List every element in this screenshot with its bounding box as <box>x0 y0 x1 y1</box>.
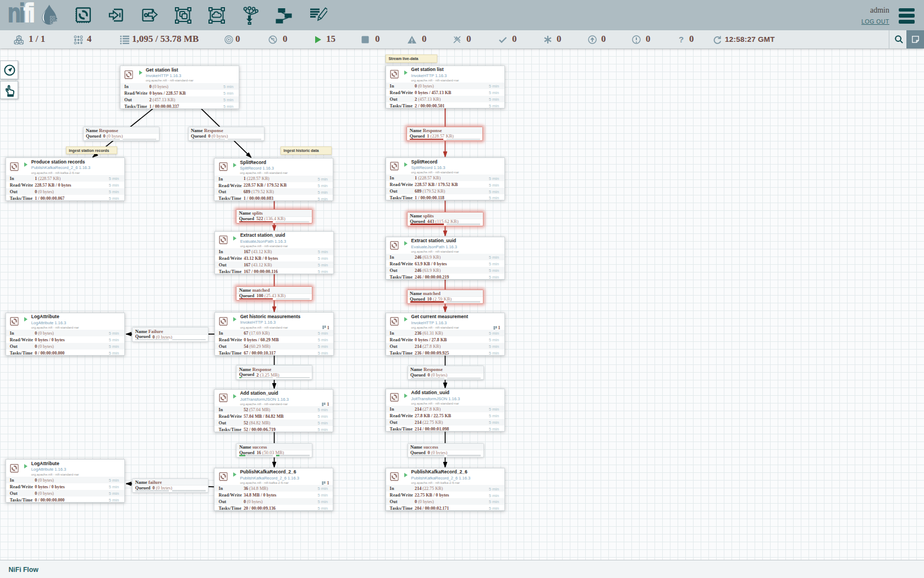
svg-text:?: ? <box>679 35 684 44</box>
